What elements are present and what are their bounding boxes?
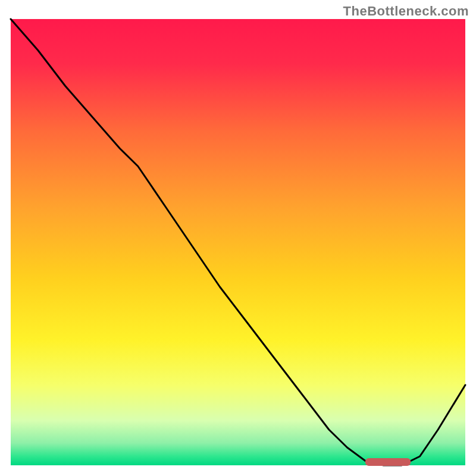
optimal-range-marker: [365, 458, 411, 466]
bottleneck-chart: [0, 0, 476, 476]
chart-container: TheBottleneck.com: [0, 0, 476, 476]
plot-area: [11, 19, 465, 465]
watermark-label: TheBottleneck.com: [343, 4, 469, 19]
